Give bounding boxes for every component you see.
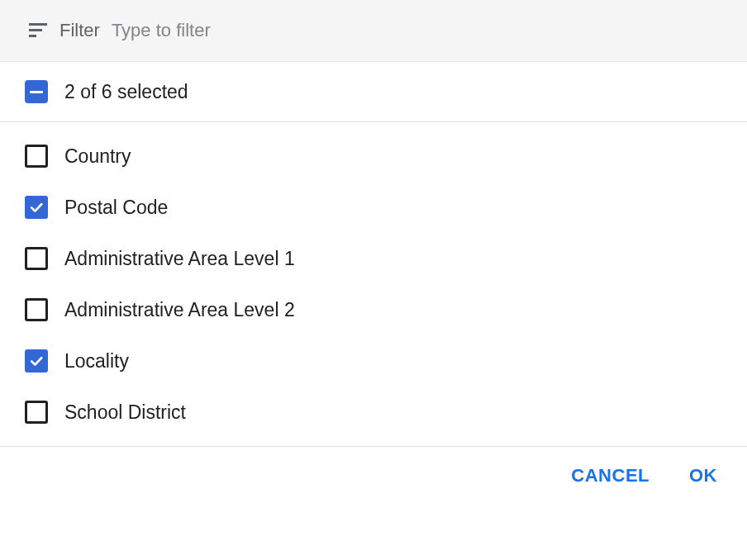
check-icon xyxy=(28,353,45,369)
check-icon xyxy=(28,199,45,216)
option-postal-code[interactable]: Postal Code xyxy=(0,182,747,233)
filter-label: Filter xyxy=(59,20,100,41)
checkbox-unchecked[interactable] xyxy=(25,298,48,321)
dialog-buttons: CANCEL OK xyxy=(0,447,747,505)
option-admin-area-2[interactable]: Administrative Area Level 2 xyxy=(0,284,747,335)
select-all-checkbox[interactable] xyxy=(25,80,48,103)
svg-rect-0 xyxy=(29,23,47,26)
filter-icon xyxy=(28,21,48,40)
option-school-district[interactable]: School District xyxy=(0,387,747,438)
filter-bar: Filter xyxy=(0,0,747,62)
option-label: Administrative Area Level 1 xyxy=(64,248,295,270)
selection-header: 2 of 6 selected xyxy=(0,62,747,122)
checkbox-unchecked[interactable] xyxy=(25,247,48,270)
option-admin-area-1[interactable]: Administrative Area Level 1 xyxy=(0,233,747,284)
option-country[interactable]: Country xyxy=(0,131,747,182)
checkbox-checked[interactable] xyxy=(25,349,48,373)
checkbox-checked[interactable] xyxy=(25,196,48,219)
ok-button[interactable]: OK xyxy=(689,465,717,486)
checkbox-unchecked[interactable] xyxy=(25,145,48,168)
filter-input[interactable] xyxy=(112,20,719,41)
svg-rect-1 xyxy=(29,29,42,31)
option-label: Administrative Area Level 2 xyxy=(64,299,295,321)
option-label: Postal Code xyxy=(64,197,168,219)
checkbox-unchecked[interactable] xyxy=(25,401,48,424)
options-list: Country Postal Code Administrative Area … xyxy=(0,122,747,447)
option-label: Locality xyxy=(64,350,129,373)
option-label: Country xyxy=(64,145,131,168)
option-locality[interactable]: Locality xyxy=(0,335,747,387)
selection-summary: 2 of 6 selected xyxy=(64,81,188,103)
indeterminate-icon xyxy=(30,91,43,93)
option-label: School District xyxy=(64,401,186,424)
cancel-button[interactable]: CANCEL xyxy=(571,465,649,486)
svg-rect-2 xyxy=(29,35,36,37)
